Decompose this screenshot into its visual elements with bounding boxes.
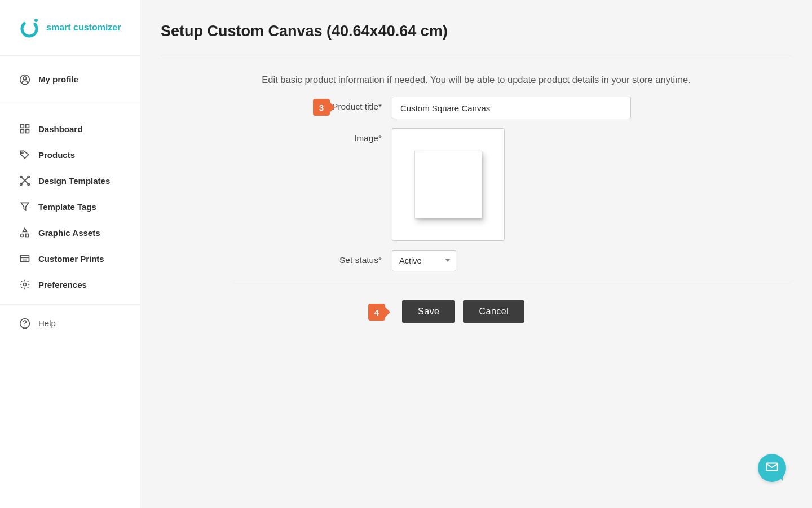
status-value: Active <box>399 256 422 265</box>
svg-point-1 <box>34 19 38 22</box>
nav-label: Design Templates <box>38 176 110 186</box>
filter-icon <box>19 201 30 212</box>
save-button[interactable]: Save <box>402 300 455 323</box>
status-select[interactable]: Active <box>392 250 456 271</box>
nav-label: Preferences <box>38 280 87 290</box>
svg-point-10 <box>28 176 29 178</box>
brand-name: smart customizer <box>46 23 121 33</box>
step-badge-3: 3 <box>313 99 330 116</box>
svg-rect-6 <box>21 130 24 133</box>
nav-label: Products <box>38 150 75 160</box>
nav-label: Dashboard <box>38 124 82 134</box>
svg-rect-7 <box>26 130 29 133</box>
svg-point-20 <box>24 325 25 326</box>
profile-icon <box>19 74 30 85</box>
gear-icon <box>19 279 30 290</box>
canvas-preview <box>414 151 482 218</box>
tag-icon <box>19 149 30 160</box>
svg-rect-14 <box>26 234 29 237</box>
sidebar-item-customer-prints[interactable]: Customer Prints <box>0 246 140 271</box>
product-title-input[interactable] <box>392 97 631 119</box>
sidebar-item-graphic-assets[interactable]: Graphic Assets <box>0 220 140 246</box>
status-row: Set status* Active <box>211 250 792 271</box>
image-row: Image* <box>211 128 792 241</box>
dashboard-icon <box>19 123 30 134</box>
sidebar-item-profile[interactable]: My profile <box>0 56 140 103</box>
nav-label: My profile <box>38 75 78 84</box>
design-icon <box>19 175 30 186</box>
nav-label: Help <box>38 318 56 328</box>
svg-point-18 <box>24 283 27 286</box>
svg-rect-4 <box>21 125 24 128</box>
help-icon <box>19 318 30 329</box>
svg-point-9 <box>20 176 22 178</box>
image-label: Image* <box>211 128 392 143</box>
sidebar-item-dashboard[interactable]: Dashboard <box>0 116 140 142</box>
nav-label: Graphic Assets <box>38 228 100 238</box>
brand-logo[interactable]: smart customizer <box>0 0 140 56</box>
sidebar-item-preferences[interactable]: Preferences <box>0 271 140 297</box>
svg-point-12 <box>28 183 29 185</box>
form: 3 Product title* Image* Set status* Acti… <box>211 97 792 323</box>
prints-icon <box>19 253 30 264</box>
mail-icon <box>765 459 779 476</box>
svg-rect-15 <box>21 255 29 262</box>
sidebar-item-template-tags[interactable]: Template Tags <box>0 194 140 220</box>
svg-point-13 <box>21 234 24 237</box>
logo-icon <box>19 17 39 38</box>
nav-label: Template Tags <box>38 202 96 212</box>
main-content: Setup Custom Canvas (40.64x40.64 cm) Edi… <box>140 0 812 508</box>
svg-point-11 <box>20 183 22 185</box>
status-label: Set status* <box>211 250 392 265</box>
divider <box>234 283 792 283</box>
sidebar: smart customizer My profile Dashboard <box>0 0 140 508</box>
sidebar-item-design-templates[interactable]: Design Templates <box>0 168 140 194</box>
contact-fab[interactable] <box>758 454 786 482</box>
svg-point-8 <box>22 152 24 154</box>
intro-text: Edit basic product information if needed… <box>161 75 792 85</box>
page-title: Setup Custom Canvas (40.64x40.64 cm) <box>161 23 792 56</box>
svg-rect-5 <box>26 125 29 128</box>
sidebar-item-help[interactable]: Help <box>0 304 140 341</box>
image-upload-box[interactable] <box>392 128 505 241</box>
svg-point-3 <box>23 76 26 79</box>
chevron-down-icon <box>445 259 451 262</box>
cancel-button[interactable]: Cancel <box>463 300 524 323</box>
sidebar-item-products[interactable]: Products <box>0 142 140 168</box>
shapes-icon <box>19 227 30 238</box>
step-badge-4: 4 <box>368 304 385 321</box>
product-title-label: Product title* <box>211 97 392 112</box>
nav-label: Customer Prints <box>38 254 104 264</box>
action-buttons: 4 Save Cancel <box>402 300 792 323</box>
product-title-row: 3 Product title* <box>211 97 792 119</box>
